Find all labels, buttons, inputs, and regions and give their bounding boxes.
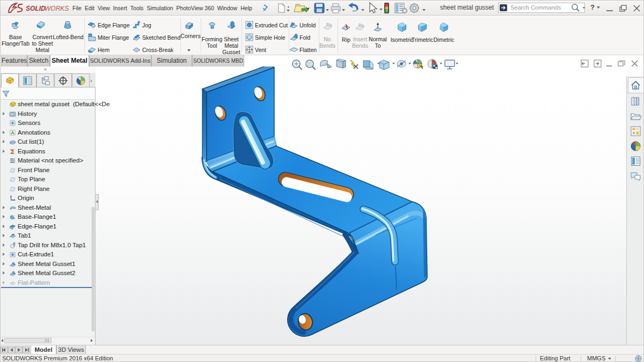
- svg-text:SOLID: SOLID: [26, 5, 46, 12]
- svg-text:WORKS: WORKS: [45, 5, 69, 12]
